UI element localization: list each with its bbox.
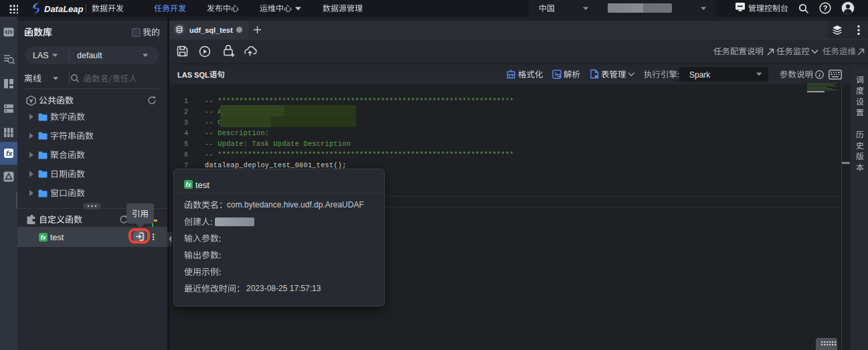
svg-text:?: ? [823,4,828,12]
svg-text:i: i [818,72,820,78]
